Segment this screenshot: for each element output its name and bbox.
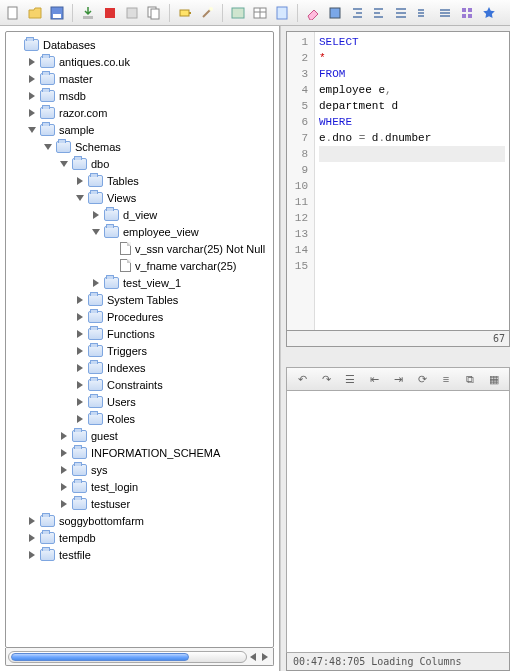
- script-icon[interactable]: [273, 4, 291, 22]
- dropdown-closed-icon[interactable]: [26, 107, 38, 119]
- short-lines-icon[interactable]: [414, 4, 432, 22]
- long-lines-icon[interactable]: [436, 4, 454, 22]
- tree-item[interactable]: guest: [6, 427, 273, 444]
- dropdown-closed-icon[interactable]: [58, 447, 70, 459]
- tree-item[interactable]: Users: [6, 393, 273, 410]
- run-sql-icon[interactable]: [229, 4, 247, 22]
- dropdown-closed-icon[interactable]: [26, 56, 38, 68]
- dropdown-closed-icon[interactable]: [58, 498, 70, 510]
- tree-item[interactable]: msdb: [6, 87, 273, 104]
- dropdown-closed-icon[interactable]: [26, 515, 38, 527]
- tree-item[interactable]: test_login: [6, 478, 273, 495]
- eraser-icon[interactable]: [304, 4, 322, 22]
- scroll-left-icon[interactable]: [247, 651, 259, 663]
- tree-item[interactable]: Tables: [6, 172, 273, 189]
- open-folder-icon[interactable]: [26, 4, 44, 22]
- dropdown-closed-icon[interactable]: [26, 90, 38, 102]
- tree-item[interactable]: master: [6, 70, 273, 87]
- editor-hscroll[interactable]: 67: [286, 331, 510, 347]
- results-grid[interactable]: [286, 391, 510, 653]
- folder-icon: [24, 39, 39, 51]
- tree-item[interactable]: Triggers: [6, 342, 273, 359]
- dropdown-closed-icon[interactable]: [58, 481, 70, 493]
- book-icon[interactable]: [326, 4, 344, 22]
- tree-item[interactable]: sample: [6, 121, 273, 138]
- indent-right-icon[interactable]: [370, 4, 388, 22]
- tree-item[interactable]: Constraints: [6, 376, 273, 393]
- refresh-icon[interactable]: ⟳: [413, 370, 431, 388]
- copy-icon[interactable]: [145, 4, 163, 22]
- folder-icon: [40, 73, 55, 85]
- new-file-icon[interactable]: [4, 4, 22, 22]
- dropdown-open-icon[interactable]: [90, 226, 102, 238]
- dropdown-closed-icon[interactable]: [74, 311, 86, 323]
- align-icon[interactable]: [392, 4, 410, 22]
- next-icon[interactable]: ⇥: [389, 370, 407, 388]
- dropdown-closed-icon[interactable]: [74, 294, 86, 306]
- tree-item[interactable]: Functions: [6, 325, 273, 342]
- sql-editor[interactable]: 123456789101112131415 SELECT *FROM emplo…: [286, 31, 510, 331]
- tree-item[interactable]: soggybottomfarm: [6, 512, 273, 529]
- dropdown-closed-icon[interactable]: [74, 345, 86, 357]
- dropdown-closed-icon[interactable]: [74, 379, 86, 391]
- dropdown-open-icon[interactable]: [58, 158, 70, 170]
- dropdown-open-icon[interactable]: [42, 141, 54, 153]
- indent-left-icon[interactable]: [348, 4, 366, 22]
- star-icon[interactable]: [480, 4, 498, 22]
- table-icon[interactable]: [251, 4, 269, 22]
- tree-item[interactable]: Roles: [6, 410, 273, 427]
- dropdown-closed-icon[interactable]: [58, 464, 70, 476]
- undo-icon[interactable]: ↶: [293, 370, 311, 388]
- dropdown-closed-icon[interactable]: [58, 430, 70, 442]
- back-icon[interactable]: ⇤: [365, 370, 383, 388]
- dropdown-closed-icon[interactable]: [74, 396, 86, 408]
- stop-disabled-icon[interactable]: [123, 4, 141, 22]
- stop-red-icon[interactable]: [101, 4, 119, 22]
- dropdown-closed-icon[interactable]: [90, 277, 102, 289]
- tree-item[interactable]: Procedures: [6, 308, 273, 325]
- tree-item[interactable]: d_view: [6, 206, 273, 223]
- database-tree[interactable]: Databasesantiques.co.ukmastermsdbrazor.c…: [5, 31, 274, 648]
- wand-icon[interactable]: [198, 4, 216, 22]
- scroll-right-icon[interactable]: [259, 651, 271, 663]
- tree-item[interactable]: System Tables: [6, 291, 273, 308]
- tree-item[interactable]: Schemas: [6, 138, 273, 155]
- tree-item[interactable]: employee_view: [6, 223, 273, 240]
- tree-root[interactable]: Databases: [6, 36, 273, 53]
- editor-code[interactable]: SELECT *FROM employee e, department dWHE…: [315, 32, 509, 330]
- grid-result-icon[interactable]: ▦: [485, 370, 503, 388]
- tree-item[interactable]: razor.com: [6, 104, 273, 121]
- copy-result-icon[interactable]: ⧉: [461, 370, 479, 388]
- dropdown-open-icon[interactable]: [74, 192, 86, 204]
- tree-item[interactable]: Views: [6, 189, 273, 206]
- dropdown-closed-icon[interactable]: [74, 413, 86, 425]
- dropdown-closed-icon[interactable]: [74, 362, 86, 374]
- tree-item[interactable]: INFORMATION_SCHEMA: [6, 444, 273, 461]
- tree-item[interactable]: dbo: [6, 155, 273, 172]
- dropdown-closed-icon[interactable]: [74, 175, 86, 187]
- comment-icon[interactable]: ☰: [341, 370, 359, 388]
- tree-item[interactable]: sys: [6, 461, 273, 478]
- dropdown-closed-icon[interactable]: [26, 549, 38, 561]
- tree-item[interactable]: tempdb: [6, 529, 273, 546]
- import-icon[interactable]: [79, 4, 97, 22]
- dropdown-closed-icon[interactable]: [26, 532, 38, 544]
- column-item[interactable]: v_fname varchar(25): [6, 257, 273, 274]
- battery-icon[interactable]: [176, 4, 194, 22]
- redo-icon[interactable]: ↷: [317, 370, 335, 388]
- dropdown-closed-icon[interactable]: [74, 328, 86, 340]
- rows-icon[interactable]: ≡: [437, 370, 455, 388]
- tree-item[interactable]: antiques.co.uk: [6, 53, 273, 70]
- grid-icon[interactable]: [458, 4, 476, 22]
- save-disk-icon[interactable]: [48, 4, 66, 22]
- column-item[interactable]: v_ssn varchar(25) Not Null: [6, 240, 273, 257]
- dropdown-closed-icon[interactable]: [26, 73, 38, 85]
- dropdown-closed-icon[interactable]: [90, 209, 102, 221]
- tree-item[interactable]: Indexes: [6, 359, 273, 376]
- dropdown-open-icon[interactable]: [26, 124, 38, 136]
- tree-item[interactable]: test_view_1: [6, 274, 273, 291]
- tree-item-label: d_view: [123, 209, 157, 221]
- tree-item[interactable]: testfile: [6, 546, 273, 563]
- tree-item[interactable]: testuser: [6, 495, 273, 512]
- tree-hscroll[interactable]: [5, 648, 274, 666]
